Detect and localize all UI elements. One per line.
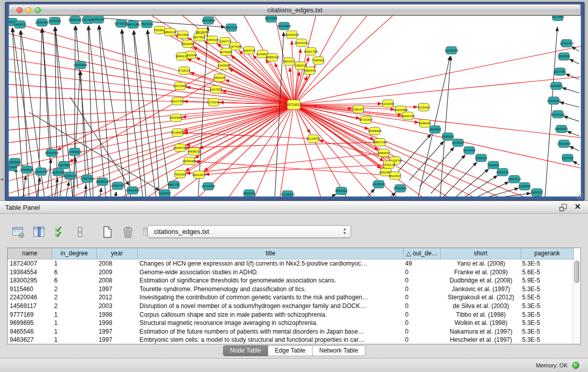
resize-grip[interactable] bbox=[577, 193, 583, 200]
network-node[interactable]: 1117382 bbox=[552, 16, 564, 20]
network-node[interactable]: 7955962 bbox=[312, 57, 325, 64]
network-node[interactable]: 9896132 bbox=[176, 53, 188, 60]
network-node[interactable]: 19495764 bbox=[401, 112, 415, 120]
network-node[interactable]: 12164510 bbox=[280, 191, 295, 196]
network-node[interactable]: 9227341 bbox=[554, 68, 567, 76]
network-node[interactable]: 12093872 bbox=[549, 82, 563, 90]
deselect-rows-button[interactable] bbox=[72, 224, 89, 239]
network-node[interactable]: 16099489 bbox=[182, 157, 197, 165]
table-scrollbar[interactable] bbox=[573, 259, 580, 344]
network-node[interactable]: 1640954 bbox=[429, 126, 442, 134]
table-row[interactable]: 969969511998Structural magnetic resonanc… bbox=[8, 319, 573, 327]
column-header-short[interactable]: short bbox=[441, 248, 521, 259]
network-node[interactable]: 9100535 bbox=[49, 17, 61, 25]
table-row[interactable]: 1830029562008Estimation of significance … bbox=[8, 276, 573, 285]
tab-edge-table[interactable]: Edge Table bbox=[268, 345, 313, 356]
network-node[interactable]: 14938221 bbox=[187, 147, 201, 155]
network-node[interactable]: 17359924 bbox=[68, 148, 82, 156]
tab-network-table[interactable]: Network Table bbox=[313, 345, 365, 356]
network-node[interactable]: 9699695 bbox=[419, 120, 431, 127]
select-all-rows-button[interactable] bbox=[52, 224, 68, 239]
network-node[interactable]: 8852976 bbox=[243, 190, 256, 196]
network-node[interactable]: 2935114 bbox=[475, 154, 487, 162]
network-node[interactable]: 7515526 bbox=[141, 20, 154, 28]
network-node[interactable]: 8990443 bbox=[303, 67, 316, 75]
network-node[interactable]: 7625402 bbox=[174, 170, 187, 178]
network-node[interactable]: 7632621 bbox=[487, 161, 500, 169]
network-node[interactable]: 15720407 bbox=[359, 116, 373, 124]
network-node[interactable]: 9329966 bbox=[558, 53, 571, 60]
table-row[interactable]: 911546021997Tourette syndrome. Phenomeno… bbox=[8, 285, 573, 294]
network-node[interactable]: 3915934 bbox=[9, 163, 18, 171]
network-node[interactable]: 10653257 bbox=[68, 16, 82, 24]
network-node[interactable]: 17334261 bbox=[393, 185, 407, 192]
network-node[interactable]: 9361817 bbox=[531, 189, 543, 196]
network-node[interactable]: 8813054 bbox=[265, 16, 278, 22]
network-node[interactable]: 9220567 bbox=[159, 190, 171, 196]
network-node[interactable]: 16033809 bbox=[201, 16, 215, 24]
table-row[interactable]: 1456911722003Disruption of a novel membe… bbox=[8, 302, 573, 311]
network-node[interactable]: 1167534 bbox=[561, 154, 574, 162]
network-node[interactable]: 2405572 bbox=[14, 20, 27, 28]
network-node[interactable]: 19218906 bbox=[277, 22, 291, 30]
network-node[interactable]: 2718126 bbox=[178, 67, 191, 75]
network-node[interactable]: 20053346 bbox=[73, 61, 88, 69]
network-node[interactable]: 9475685 bbox=[220, 48, 233, 56]
network-node[interactable]: 8427552 bbox=[210, 85, 223, 93]
network-node[interactable]: 10107554 bbox=[170, 97, 185, 105]
network-node[interactable]: 10654982 bbox=[169, 114, 183, 122]
network-node[interactable]: 11568929 bbox=[19, 166, 34, 173]
network-node[interactable]: 17957225 bbox=[80, 175, 94, 183]
network-node[interactable]: 16648784 bbox=[444, 47, 459, 54]
scrollbar-thumb[interactable] bbox=[574, 260, 579, 283]
network-node[interactable]: 16782753 bbox=[111, 182, 125, 190]
network-node[interactable]: 16210043 bbox=[551, 111, 565, 118]
window-titlebar[interactable]: citations_edges.txt bbox=[9, 4, 581, 15]
network-node[interactable]: 16671355 bbox=[126, 20, 140, 28]
network-canvas[interactable]: 1665304240557220691406910053510653257152… bbox=[9, 15, 581, 196]
table-row[interactable]: 1872400712008Changes of HCN gene express… bbox=[8, 259, 573, 268]
show-columns-button[interactable] bbox=[31, 224, 47, 239]
close-panel-icon[interactable]: ✕ bbox=[574, 202, 581, 211]
network-node[interactable]: 6179197 bbox=[452, 139, 465, 146]
network-node[interactable]: 13942757 bbox=[34, 168, 48, 176]
network-node[interactable]: 12213563 bbox=[173, 82, 187, 90]
column-header-in-degree[interactable]: in_degree bbox=[52, 248, 97, 259]
table-row[interactable]: 946362711997Embryonic stem cells: a mode… bbox=[8, 336, 573, 344]
network-node[interactable]: 16046756 bbox=[173, 144, 187, 151]
network-node[interactable]: 9170042 bbox=[207, 98, 220, 106]
table-row[interactable]: 946554611997Estimation of the future num… bbox=[8, 327, 573, 336]
network-node[interactable]: 8938923 bbox=[442, 133, 454, 141]
network-node[interactable]: 20206556 bbox=[45, 149, 59, 157]
network-node[interactable]: 9827503 bbox=[193, 33, 206, 41]
table-row[interactable]: 2242004622012Investigating the contribut… bbox=[8, 293, 573, 302]
network-node[interactable]: 15751074 bbox=[559, 39, 574, 47]
network-node[interactable]: 15166822 bbox=[170, 129, 185, 137]
network-node[interactable]: 9115460 bbox=[418, 103, 430, 111]
tab-node-table[interactable]: Node Table bbox=[223, 345, 268, 356]
network-node[interactable]: 8471676 bbox=[496, 168, 509, 176]
network-node[interactable]: 16914479 bbox=[192, 171, 206, 179]
network-node[interactable]: 12505115 bbox=[63, 172, 77, 180]
network-node[interactable]: 18724007 bbox=[286, 100, 301, 110]
panel-collapse-arrow-icon[interactable]: ◂ bbox=[1, 177, 3, 182]
network-node[interactable]: 1615132 bbox=[383, 161, 396, 168]
network-node[interactable]: 9245652 bbox=[518, 183, 531, 190]
network-node[interactable]: 9694002 bbox=[335, 187, 348, 195]
network-node[interactable]: 9860124 bbox=[164, 28, 177, 36]
network-node[interactable]: 9474444 bbox=[463, 146, 476, 154]
table-row[interactable]: 977716911998Corpus callosum shape and si… bbox=[8, 311, 573, 319]
network-node[interactable]: 7857224 bbox=[225, 24, 238, 31]
network-node[interactable]: 10688609 bbox=[367, 127, 382, 135]
column-header-year[interactable]: year bbox=[97, 248, 138, 259]
new-table-button[interactable] bbox=[99, 224, 116, 239]
column-settings-button[interactable] bbox=[10, 224, 27, 239]
network-node[interactable]: 15325419 bbox=[285, 31, 299, 38]
network-node[interactable]: 15134575 bbox=[306, 135, 320, 143]
column-header-name[interactable]: name bbox=[8, 248, 52, 259]
network-node[interactable]: 2803144 bbox=[213, 74, 226, 82]
column-header-out-degree[interactable]: △ out_de… bbox=[404, 248, 441, 259]
network-node[interactable]: 8454749 bbox=[243, 47, 256, 54]
network-node[interactable]: 16543382 bbox=[181, 40, 195, 48]
network-node[interactable]: 18807249 bbox=[373, 138, 387, 146]
